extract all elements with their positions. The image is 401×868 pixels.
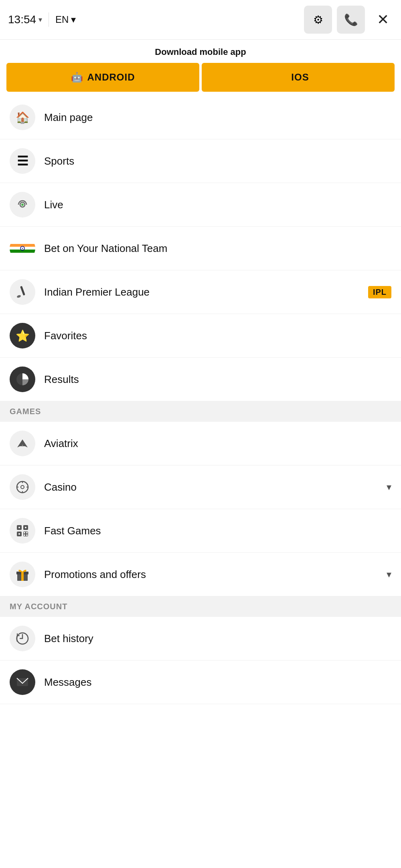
nav-label-results: Results [44, 373, 391, 386]
android-icon: 🤖 [71, 72, 83, 83]
nav-item-promotions[interactable]: Promotions and offers ▾ [0, 553, 401, 596]
main-nav-list: 🏠 Main page ☰ Sports Live [0, 96, 401, 401]
cricket-icon [10, 279, 35, 305]
gear-icon: ⚙ [313, 13, 323, 26]
android-download-button[interactable]: 🤖 ANDROID [6, 63, 199, 92]
nav-item-casino[interactable]: Casino ▾ [0, 465, 401, 509]
nav-label-sports: Sports [44, 155, 391, 167]
nav-label-casino: Casino [44, 481, 378, 493]
promotions-icon [10, 562, 35, 587]
nav-item-bet-history[interactable]: Bet history [0, 617, 401, 661]
svg-rect-3 [10, 244, 35, 247]
games-nav-list: Aviatrix Casino ▾ [0, 422, 401, 596]
home-icon: 🏠 [10, 105, 35, 130]
nav-label-aviatrix: Aviatrix [44, 437, 391, 450]
india-flag-icon [10, 236, 35, 261]
nav-item-aviatrix[interactable]: Aviatrix [0, 422, 401, 465]
nav-label-favorites: Favorites [44, 330, 391, 342]
svg-point-14 [21, 485, 24, 489]
casino-icon [10, 474, 35, 500]
nav-item-results[interactable]: Results [0, 358, 401, 401]
svg-point-13 [17, 481, 28, 493]
time-chevron-icon: ▾ [38, 15, 42, 24]
messages-icon [10, 669, 35, 695]
nav-item-main-page[interactable]: 🏠 Main page [0, 96, 401, 139]
language-text: EN [55, 14, 69, 25]
svg-point-25 [18, 533, 20, 535]
games-section-label: GAMES [10, 407, 41, 416]
svg-point-29 [26, 534, 28, 536]
phone-button[interactable]: 📞 [337, 6, 365, 34]
close-button[interactable]: ✕ [373, 10, 393, 30]
svg-rect-5 [10, 250, 35, 253]
language-chevron-icon: ▾ [71, 14, 76, 25]
android-label: ANDROID [87, 72, 135, 83]
svg-point-23 [18, 527, 20, 528]
ios-download-button[interactable]: IOS [202, 63, 395, 92]
nav-label-bet-history: Bet history [44, 632, 391, 645]
nav-item-national-team[interactable]: Bet on Your National Team [0, 227, 401, 270]
svg-point-8 [22, 248, 23, 249]
download-banner: Download mobile app [0, 40, 401, 63]
account-section-header: MY ACCOUNT [0, 596, 401, 617]
nav-label-fast-games: Fast Games [44, 525, 391, 537]
nav-label-live: Live [44, 199, 391, 211]
casino-chevron-icon: ▾ [387, 481, 391, 493]
bet-history-icon [10, 626, 35, 651]
account-nav-list: Bet history Messages [0, 617, 401, 704]
svg-point-26 [24, 532, 25, 534]
settings-button[interactable]: ⚙ [304, 6, 332, 34]
promotions-chevron-icon: ▾ [387, 569, 391, 580]
svg-point-24 [25, 527, 26, 528]
top-bar: 13:54 ▾ EN ▾ ⚙ 📞 ✕ [0, 0, 401, 40]
nav-label-ipl: Indian Premier League [44, 286, 359, 298]
nav-label-messages: Messages [44, 676, 391, 689]
nav-item-ipl[interactable]: Indian Premier League IPL [0, 270, 401, 314]
nav-item-sports[interactable]: ☰ Sports [0, 139, 401, 183]
svg-point-27 [26, 532, 28, 534]
svg-point-10 [16, 294, 21, 298]
time-text: 13:54 [8, 13, 36, 26]
live-icon [10, 192, 35, 218]
aviatrix-icon [10, 431, 35, 456]
sports-menu-icon: ☰ [10, 148, 35, 174]
nav-item-fast-games[interactable]: Fast Games [0, 509, 401, 553]
results-icon [10, 367, 35, 392]
ios-label: IOS [291, 72, 309, 83]
nav-item-messages[interactable]: Messages [0, 661, 401, 704]
svg-point-28 [24, 534, 25, 536]
nav-label-main-page: Main page [44, 111, 391, 124]
games-section-header: GAMES [0, 401, 401, 422]
time-display[interactable]: 13:54 ▾ [8, 13, 42, 26]
nav-label-promotions: Promotions and offers [44, 568, 378, 581]
fast-games-icon [10, 518, 35, 544]
ipl-badge: IPL [368, 286, 391, 298]
app-buttons-container: 🤖 ANDROID IOS [6, 63, 395, 92]
download-title: Download mobile app [155, 47, 246, 57]
account-section-label: MY ACCOUNT [10, 602, 67, 611]
nav-item-live[interactable]: Live [0, 183, 401, 227]
svg-rect-32 [21, 572, 24, 581]
close-icon: ✕ [377, 11, 389, 28]
svg-point-1 [21, 203, 24, 206]
language-selector[interactable]: EN ▾ [55, 14, 76, 25]
star-icon: ⭐ [10, 323, 35, 348]
nav-item-favorites[interactable]: ⭐ Favorites [0, 314, 401, 358]
phone-icon: 📞 [344, 13, 358, 26]
divider [49, 12, 49, 27]
nav-label-national-team: Bet on Your National Team [44, 242, 391, 255]
svg-rect-9 [20, 286, 25, 296]
